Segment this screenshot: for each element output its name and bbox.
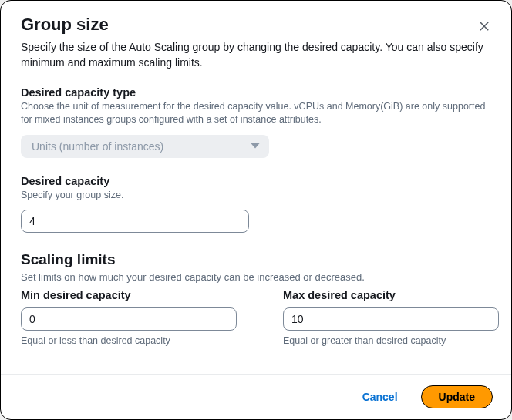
min-capacity-input[interactable] bbox=[21, 307, 237, 331]
scaling-limits-title: Scaling limits bbox=[21, 251, 491, 268]
modal-footer: Cancel Update bbox=[1, 374, 511, 419]
limits-row: Min desired capacity Equal or less than … bbox=[21, 289, 491, 346]
min-capacity-label: Min desired capacity bbox=[21, 289, 237, 301]
max-capacity-hint: Equal or greater than desired capacity bbox=[283, 335, 499, 346]
scaling-limits-section: Scaling limits Set limits on how much yo… bbox=[21, 251, 491, 346]
scaling-limits-subtitle: Set limits on how much your desired capa… bbox=[21, 271, 491, 283]
max-capacity-field: Max desired capacity Equal or greater th… bbox=[283, 289, 499, 346]
modal-header: Group size bbox=[21, 15, 491, 39]
capacity-type-selected: Units (number of instances) bbox=[32, 140, 163, 153]
close-icon bbox=[477, 24, 491, 35]
group-size-modal: Group size Specify the size of the Auto … bbox=[0, 0, 512, 420]
update-button[interactable]: Update bbox=[421, 385, 493, 408]
desired-capacity-label: Desired capacity bbox=[21, 175, 491, 187]
close-button[interactable] bbox=[474, 16, 494, 39]
capacity-type-select: Units (number of instances) bbox=[21, 135, 269, 158]
capacity-type-label: Desired capacity type bbox=[21, 86, 491, 99]
desired-capacity-type-field: Desired capacity type Choose the unit of… bbox=[21, 86, 491, 175]
cancel-button[interactable]: Cancel bbox=[355, 386, 406, 408]
capacity-type-helper: Choose the unit of measurement for the d… bbox=[21, 100, 491, 127]
modal-subtitle: Specify the size of the Auto Scaling gro… bbox=[21, 39, 491, 71]
modal-body: Group size Specify the size of the Auto … bbox=[1, 1, 511, 374]
max-capacity-label: Max desired capacity bbox=[283, 289, 499, 301]
min-capacity-field: Min desired capacity Equal or less than … bbox=[21, 289, 237, 346]
desired-capacity-helper: Specify your group size. bbox=[21, 189, 491, 203]
min-capacity-hint: Equal or less than desired capacity bbox=[21, 335, 237, 346]
desired-capacity-input[interactable] bbox=[21, 210, 249, 233]
max-capacity-input[interactable] bbox=[283, 307, 499, 331]
modal-title: Group size bbox=[21, 15, 109, 35]
chevron-down-icon bbox=[251, 140, 260, 153]
desired-capacity-field: Desired capacity Specify your group size… bbox=[21, 175, 491, 234]
